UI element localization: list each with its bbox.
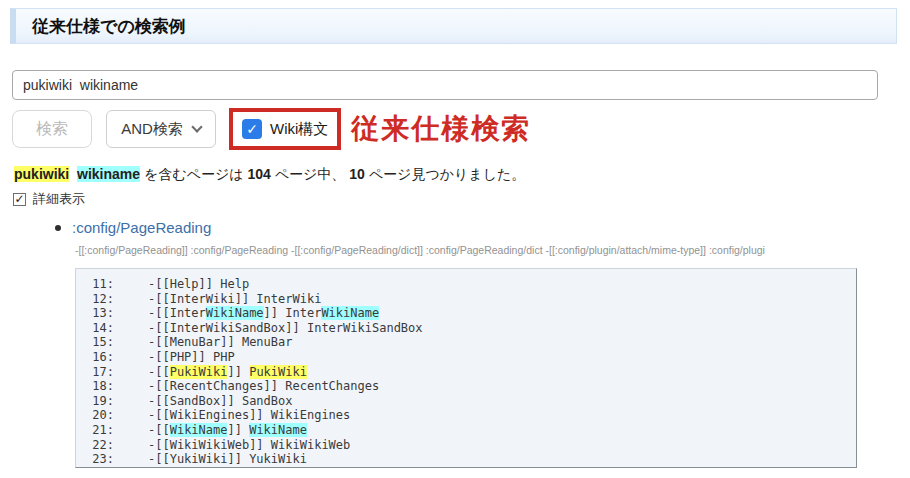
check-icon: ✓: [246, 122, 258, 136]
line-number: 13:: [76, 306, 114, 321]
line-number: 20:: [76, 408, 114, 423]
text-segment: を含むページは: [140, 166, 247, 182]
code-text: -[[SandBox]] SandBox: [148, 394, 293, 409]
code-line: 17:-[[PukiWiki]] PukiWiki: [76, 365, 856, 380]
text-segment: WikiName: [170, 423, 228, 437]
annotation-text: 従来仕様検索: [351, 110, 531, 148]
annotation-red-box: ✓ Wiki構文: [229, 108, 341, 150]
text-segment: -[[InterWiki]] InterWiki: [148, 292, 321, 306]
code-line: 20:-[[WikiEngines]] WikiEngines: [76, 408, 856, 423]
code-text: -[[MenuBar]] MenuBar: [148, 335, 293, 350]
chevron-down-icon: [191, 121, 202, 132]
search-mode-label: AND検索: [121, 120, 183, 139]
line-number: 15:: [76, 335, 114, 350]
text-segment: 10: [349, 166, 365, 182]
search-result-summary: pukiwiki wikiname を含むページは 104 ページ中、 10 ペ…: [14, 166, 525, 184]
text-segment: ]]: [227, 423, 249, 437]
code-text: -[[YukiWiki]] YukiWiki: [148, 452, 307, 467]
text-segment: 104: [247, 166, 270, 182]
code-line: 18:-[[RecentChanges]] RecentChanges: [76, 379, 856, 394]
text-segment: WikiName: [206, 306, 264, 320]
text-segment: WikiName: [321, 306, 379, 320]
code-line: 19:-[[SandBox]] SandBox: [76, 394, 856, 409]
code-text: -[[WikiEngines]] WikiEngines: [148, 408, 350, 423]
page-title: 従来仕様での検索例: [10, 8, 897, 44]
code-text: -[[InterWiki]] InterWiki: [148, 292, 321, 307]
code-text: -[[WikiName]] WikiName: [148, 423, 307, 438]
detail-display-checkbox[interactable]: ✓: [13, 193, 26, 206]
text-segment: -[[Inter: [148, 306, 206, 320]
wiki-syntax-checkbox[interactable]: ✓: [242, 119, 262, 139]
result-page-link[interactable]: :config/PageReading: [72, 219, 211, 236]
code-text: -[[PukiWiki]] PukiWiki: [148, 365, 307, 380]
text-segment: -[[: [148, 423, 170, 437]
code-text: -[[WikiWikiWeb]] WikiWikiWeb: [148, 438, 350, 453]
text-segment: -[[SandBox]] SandBox: [148, 394, 293, 408]
code-text: -[[InterWikiName]] InterWikiName: [148, 306, 379, 321]
code-text: -[[RecentChanges]] RecentChanges: [148, 379, 379, 394]
text-segment: ページ見つかりました。: [365, 166, 526, 182]
text-segment: -[[RecentChanges]] RecentChanges: [148, 379, 379, 393]
line-number: 17:: [76, 365, 114, 380]
text-segment: ]]: [227, 365, 249, 379]
text-segment: PukiWiki: [170, 365, 228, 379]
bullet-icon: [55, 225, 61, 231]
text-segment: -[[YukiWiki]] YukiWiki: [148, 452, 307, 466]
code-line: 15:-[[MenuBar]] MenuBar: [76, 335, 856, 350]
code-text: -[[InterWikiSandBox]] InterWikiSandBox: [148, 321, 423, 336]
code-line: 21:-[[WikiName]] WikiName: [76, 423, 856, 438]
line-number: 19:: [76, 394, 114, 409]
code-line: 12:-[[InterWiki]] InterWiki: [76, 292, 856, 307]
text-segment: wikiname: [77, 166, 140, 182]
search-controls: 検索 AND検索 ✓ Wiki構文 従来仕様検索: [12, 104, 531, 154]
check-icon: ✓: [14, 193, 24, 205]
wiki-syntax-label: Wiki構文: [270, 120, 328, 139]
text-segment: -[[WikiEngines]] WikiEngines: [148, 408, 350, 422]
line-number: 16:: [76, 350, 114, 365]
search-example-page: 従来仕様での検索例 検索 AND検索 ✓ Wiki構文 従来仕様検索 pukiw…: [0, 0, 910, 478]
text-segment: -[[Help]] Help: [148, 277, 249, 291]
detail-display-label: 詳細表示: [33, 190, 85, 208]
code-text: -[[Help]] Help: [148, 277, 249, 292]
line-number: 21:: [76, 423, 114, 438]
result-list-item: :config/PageReading: [55, 219, 211, 236]
text-segment: ]] Inter: [264, 306, 322, 320]
code-line: 23:-[[YukiWiki]] YukiWiki: [76, 452, 856, 467]
search-input[interactable]: [12, 70, 878, 100]
line-number: 23:: [76, 452, 114, 467]
line-number: 14:: [76, 321, 114, 336]
line-number: 11:: [76, 277, 114, 292]
line-number: 12:: [76, 292, 114, 307]
text-segment: -[[WikiWikiWeb]] WikiWikiWeb: [148, 438, 350, 452]
line-number: 18:: [76, 379, 114, 394]
text-segment: -[[: [148, 365, 170, 379]
code-line: 16:-[[PHP]] PHP: [76, 350, 856, 365]
code-line: 11:-[[Help]] Help: [76, 277, 856, 292]
text-segment: WikiName: [249, 423, 307, 437]
text-segment: PukiWiki: [249, 365, 307, 379]
search-button[interactable]: 検索: [12, 110, 92, 148]
code-text: -[[PHP]] PHP: [148, 350, 235, 365]
code-block: 11:-[[Help]] Help12:-[[InterWiki]] Inter…: [75, 268, 857, 468]
result-excerpt: -[[:config/PageReading]] :config/PageRea…: [75, 244, 893, 256]
text-segment: -[[PHP]] PHP: [148, 350, 235, 364]
text-segment: pukiwiki: [14, 166, 69, 182]
search-mode-select[interactable]: AND検索: [106, 110, 216, 148]
code-line: 22:-[[WikiWikiWeb]] WikiWikiWeb: [76, 438, 856, 453]
code-line: 13:-[[InterWikiName]] InterWikiName: [76, 306, 856, 321]
text-segment: -[[InterWikiSandBox]] InterWikiSandBox: [148, 321, 423, 335]
detail-display-row: ✓ 詳細表示: [13, 190, 85, 208]
code-line: 14:-[[InterWikiSandBox]] InterWikiSandBo…: [76, 321, 856, 336]
line-number: 22:: [76, 438, 114, 453]
text-segment: ページ中、: [271, 166, 349, 182]
text-segment: -[[MenuBar]] MenuBar: [148, 335, 293, 349]
text-segment: [69, 166, 77, 182]
